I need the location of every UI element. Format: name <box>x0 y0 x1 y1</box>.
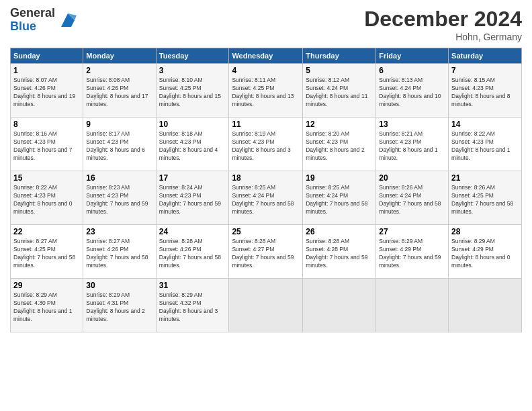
logo: General Blue <box>10 7 78 34</box>
day-number: 2 <box>86 66 152 75</box>
day-number: 11 <box>232 120 300 129</box>
day-number: 7 <box>451 66 519 75</box>
day-info-line: Sunrise: 8:17 AM <box>86 130 152 138</box>
day-info-line: Sunrise: 8:16 AM <box>13 130 80 138</box>
day-number: 24 <box>159 227 226 236</box>
day-number: 13 <box>379 120 445 129</box>
col-saturday: Saturday <box>449 48 522 64</box>
day-info-line: Sunrise: 8:21 AM <box>379 130 445 138</box>
day-info: Sunrise: 8:12 AMSunset: 4:24 PMDaylight:… <box>306 77 373 109</box>
day-info-line: Sunrise: 8:29 AM <box>159 291 226 300</box>
day-info-line: Daylight: 8 hours and 1 minute. <box>13 308 80 324</box>
day-info-line: Sunrise: 8:26 AM <box>451 184 519 192</box>
calendar-table: Sunday Monday Tuesday Wednesday Thursday… <box>10 48 522 332</box>
table-row: 26Sunrise: 8:28 AMSunset: 4:28 PMDayligh… <box>303 225 376 279</box>
calendar-week-row: 8Sunrise: 8:16 AMSunset: 4:23 PMDaylight… <box>11 118 522 171</box>
day-info: Sunrise: 8:20 AMSunset: 4:23 PMDaylight:… <box>306 130 373 163</box>
day-info-line: Sunrise: 8:24 AM <box>159 184 226 192</box>
day-info-line: Sunrise: 8:19 AM <box>232 130 300 138</box>
day-info-line: Daylight: 8 hours and 1 minute. <box>379 146 445 163</box>
table-row: 1Sunrise: 8:07 AMSunset: 4:26 PMDaylight… <box>11 64 83 118</box>
day-info-line: Daylight: 8 hours and 10 minutes. <box>379 93 445 109</box>
table-row: 3Sunrise: 8:10 AMSunset: 4:25 PMDaylight… <box>156 64 229 118</box>
day-info-line: Daylight: 8 hours and 3 minutes. <box>159 308 226 324</box>
day-info-line: Sunrise: 8:26 AM <box>379 184 445 192</box>
table-row: 19Sunrise: 8:25 AMSunset: 4:24 PMDayligh… <box>303 171 376 225</box>
day-info: Sunrise: 8:25 AMSunset: 4:24 PMDaylight:… <box>306 184 373 216</box>
day-info-line: Sunset: 4:24 PM <box>306 192 373 200</box>
day-info: Sunrise: 8:28 AMSunset: 4:26 PMDaylight:… <box>159 238 226 270</box>
day-info-line: Sunset: 4:26 PM <box>159 246 226 254</box>
day-info: Sunrise: 8:15 AMSunset: 4:23 PMDaylight:… <box>451 77 519 109</box>
table-row: 30Sunrise: 8:29 AMSunset: 4:31 PMDayligh… <box>83 279 156 332</box>
day-info-line: Sunset: 4:25 PM <box>232 85 300 93</box>
day-number: 26 <box>306 227 373 236</box>
day-info: Sunrise: 8:17 AMSunset: 4:23 PMDaylight:… <box>86 130 152 163</box>
day-info-line: Sunrise: 8:08 AM <box>86 77 152 85</box>
day-number: 22 <box>13 227 80 236</box>
day-info-line: Daylight: 8 hours and 7 minutes. <box>13 146 80 163</box>
day-info-line: Sunrise: 8:28 AM <box>232 238 300 246</box>
day-info: Sunrise: 8:27 AMSunset: 4:26 PMDaylight:… <box>86 238 152 270</box>
day-info-line: Sunset: 4:23 PM <box>13 192 80 200</box>
day-info-line: Sunrise: 8:25 AM <box>306 184 373 192</box>
table-row <box>229 279 303 332</box>
table-row: 28Sunrise: 8:29 AMSunset: 4:29 PMDayligh… <box>449 225 522 279</box>
day-number: 27 <box>379 227 445 236</box>
day-info-line: Daylight: 8 hours and 13 minutes. <box>232 93 300 109</box>
day-number: 6 <box>379 66 445 75</box>
calendar-week-row: 22Sunrise: 8:27 AMSunset: 4:25 PMDayligh… <box>11 225 522 279</box>
day-number: 1 <box>13 66 80 75</box>
day-info-line: Sunset: 4:28 PM <box>306 246 373 254</box>
day-info-line: Sunset: 4:25 PM <box>13 246 80 254</box>
table-row: 5Sunrise: 8:12 AMSunset: 4:24 PMDaylight… <box>303 64 376 118</box>
day-number: 12 <box>306 120 373 129</box>
day-info-line: Daylight: 8 hours and 0 minutes. <box>451 254 519 270</box>
day-info-line: Sunrise: 8:07 AM <box>13 77 80 85</box>
table-row: 25Sunrise: 8:28 AMSunset: 4:27 PMDayligh… <box>229 225 303 279</box>
day-number: 15 <box>13 173 80 183</box>
day-info-line: Sunrise: 8:28 AM <box>159 238 226 246</box>
day-info-line: Sunset: 4:27 PM <box>232 246 300 254</box>
day-info-line: Sunset: 4:23 PM <box>306 138 373 146</box>
day-info: Sunrise: 8:28 AMSunset: 4:27 PMDaylight:… <box>232 238 300 270</box>
day-info-line: Sunrise: 8:27 AM <box>86 238 152 246</box>
day-info-line: Sunset: 4:25 PM <box>159 85 226 93</box>
day-info-line: Daylight: 7 hours and 58 minutes. <box>379 200 445 216</box>
day-info-line: Sunrise: 8:28 AM <box>306 238 373 246</box>
table-row: 2Sunrise: 8:08 AMSunset: 4:26 PMDaylight… <box>83 64 156 118</box>
day-info: Sunrise: 8:27 AMSunset: 4:25 PMDaylight:… <box>13 238 80 270</box>
day-info-line: Daylight: 8 hours and 1 minute. <box>451 146 519 163</box>
table-row: 24Sunrise: 8:28 AMSunset: 4:26 PMDayligh… <box>156 225 229 279</box>
day-info-line: Sunset: 4:31 PM <box>86 300 152 308</box>
day-number: 25 <box>232 227 300 236</box>
calendar-week-row: 15Sunrise: 8:22 AMSunset: 4:23 PMDayligh… <box>11 171 522 225</box>
day-info-line: Sunrise: 8:29 AM <box>86 291 152 300</box>
day-info: Sunrise: 8:18 AMSunset: 4:23 PMDaylight:… <box>159 130 226 163</box>
day-info-line: Sunrise: 8:25 AM <box>232 184 300 192</box>
day-number: 30 <box>86 281 152 290</box>
calendar-week-row: 29Sunrise: 8:29 AMSunset: 4:30 PMDayligh… <box>11 279 522 332</box>
day-info: Sunrise: 8:08 AMSunset: 4:26 PMDaylight:… <box>86 77 152 109</box>
day-number: 3 <box>159 66 226 75</box>
day-info: Sunrise: 8:23 AMSunset: 4:23 PMDaylight:… <box>86 184 152 216</box>
table-row: 20Sunrise: 8:26 AMSunset: 4:24 PMDayligh… <box>376 171 449 225</box>
day-info-line: Sunset: 4:23 PM <box>86 192 152 200</box>
day-info-line: Daylight: 7 hours and 58 minutes. <box>13 254 80 270</box>
day-info: Sunrise: 8:26 AMSunset: 4:24 PMDaylight:… <box>379 184 445 216</box>
day-number: 28 <box>451 227 519 236</box>
table-row: 15Sunrise: 8:22 AMSunset: 4:23 PMDayligh… <box>11 171 83 225</box>
day-info-line: Daylight: 8 hours and 11 minutes. <box>306 93 373 109</box>
table-row: 18Sunrise: 8:25 AMSunset: 4:24 PMDayligh… <box>229 171 303 225</box>
day-info: Sunrise: 8:26 AMSunset: 4:25 PMDaylight:… <box>451 184 519 216</box>
day-info-line: Daylight: 8 hours and 3 minutes. <box>232 146 300 163</box>
day-info: Sunrise: 8:22 AMSunset: 4:23 PMDaylight:… <box>13 184 80 216</box>
location: Hohn, Germany <box>364 32 522 42</box>
day-number: 10 <box>159 120 226 129</box>
day-number: 16 <box>86 173 152 183</box>
logo-icon <box>58 10 78 30</box>
day-number: 18 <box>232 173 300 183</box>
day-info-line: Sunset: 4:23 PM <box>159 192 226 200</box>
day-info-line: Sunset: 4:26 PM <box>86 85 152 93</box>
day-info-line: Sunrise: 8:15 AM <box>451 77 519 85</box>
